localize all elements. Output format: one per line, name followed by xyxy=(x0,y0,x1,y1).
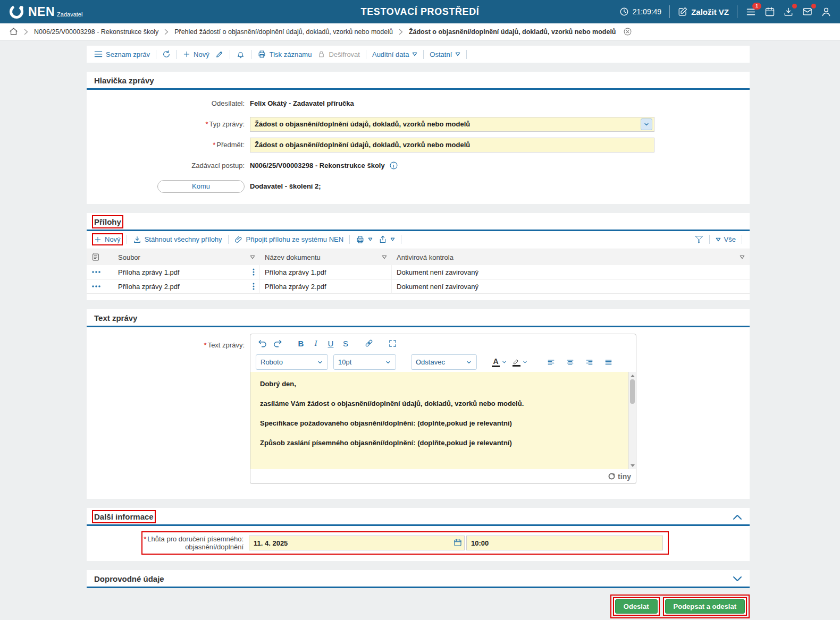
fullscreen-button[interactable] xyxy=(385,336,399,350)
calendar-button[interactable] xyxy=(765,6,775,17)
editor-paragraph: zasíláme Vám žádost o objasnění/doplnění… xyxy=(260,400,619,408)
tiny-branding[interactable]: tiny xyxy=(618,472,631,481)
lhuta-date-input[interactable]: 11. 4. 2025 xyxy=(249,536,465,550)
row-menu-icon[interactable] xyxy=(253,283,255,290)
ostatni-menu[interactable]: Ostatní xyxy=(430,50,460,58)
scrollbar-thumb[interactable] xyxy=(630,379,635,404)
chevron-down-icon xyxy=(455,52,460,56)
breadcrumb-item-overview[interactable]: Přehled žádostí o objasnění/doplnění úda… xyxy=(174,28,393,36)
row-menu-icon[interactable] xyxy=(253,268,255,276)
row-typ-zpravy: *Typ zprávy: Žádost o objasnění/doplnění… xyxy=(87,114,750,134)
stahnout-prilohy-button[interactable]: Stáhnout všechny přílohy xyxy=(133,235,222,244)
odesilatel-label: Odesílatel: xyxy=(87,99,250,107)
table-row[interactable]: Příloha zprávy 1.pdf Příloha zprávy 1.pd… xyxy=(87,265,750,279)
column-filter-icon[interactable] xyxy=(382,255,387,259)
editor-scrollbar[interactable] xyxy=(628,372,636,469)
section-dalsi-informace: Další informace *Lhůta pro doručení píse… xyxy=(87,508,750,561)
pripojit-prilohu-button[interactable]: Připojit přílohu ze systému NEN xyxy=(234,235,344,244)
chevron-down-icon xyxy=(390,237,395,241)
table-row[interactable]: Příloha zprávy 2.pdf Příloha zprávy 2.pd… xyxy=(87,279,750,294)
rich-text-editor[interactable]: B I U S xyxy=(250,334,636,484)
seznam-zprav-button[interactable]: Seznam zpráv xyxy=(94,50,150,58)
section-text-zpravy: Text zprávy *Text zprávy: B I U S xyxy=(87,309,750,499)
priloha-novy-button[interactable]: Nový xyxy=(94,235,121,243)
text-color-button[interactable]: A xyxy=(492,358,507,367)
home-icon xyxy=(9,27,18,36)
priloha-print-menu[interactable] xyxy=(356,235,373,244)
odeslat-button[interactable]: Odeslat xyxy=(615,599,658,614)
strikethrough-button[interactable]: S xyxy=(339,336,352,350)
auditni-data-menu[interactable]: Auditní data xyxy=(372,50,417,58)
desifrovat-button[interactable]: Dešifrovat xyxy=(317,50,360,58)
notifications-button[interactable] xyxy=(236,50,245,59)
chevron-down-icon xyxy=(643,121,650,128)
font-size-select[interactable]: 10pt xyxy=(333,354,396,370)
italic-button[interactable]: I xyxy=(309,336,323,350)
downloads-button[interactable] xyxy=(783,6,794,17)
align-left-button[interactable] xyxy=(544,355,558,369)
record-toolbar: Seznam zpráv Nový Tisk záznamu Dešifrova… xyxy=(87,46,750,63)
refresh-button[interactable] xyxy=(162,50,171,58)
insert-link-button[interactable] xyxy=(362,336,376,350)
row-predmet: *Předmět: Žádost o objasnění/doplnění úd… xyxy=(87,134,750,155)
expand-section-button[interactable] xyxy=(733,576,742,582)
tasks-menu-button[interactable]: 1 xyxy=(745,6,757,18)
zadavaci-postup-value: N006/25/V00003298 - Rekonstrukce školy xyxy=(250,162,385,169)
undo-button[interactable] xyxy=(256,336,270,350)
chevron-down-icon xyxy=(368,237,373,241)
filter-button[interactable] xyxy=(695,235,703,243)
align-right-button[interactable] xyxy=(582,355,596,369)
highlight-color-button[interactable] xyxy=(513,358,528,367)
date-picker-button[interactable] xyxy=(453,538,462,547)
komu-button[interactable]: Komu xyxy=(157,180,245,193)
column-filter-icon[interactable] xyxy=(250,255,255,259)
paragraph-format-select[interactable]: Odstavec xyxy=(411,354,477,370)
typ-zpravy-input[interactable]: Žádost o objasnění/doplnění údajů, dokla… xyxy=(250,117,654,132)
printer-icon xyxy=(356,235,365,244)
file-name[interactable]: Příloha zprávy 2.pdf xyxy=(118,283,180,291)
novy-button[interactable]: Nový xyxy=(183,50,209,58)
column-header-soubor[interactable]: Soubor xyxy=(113,249,260,265)
breadcrumb-item-procedure[interactable]: N006/25/V00003298 - Rekonstrukce školy xyxy=(34,28,158,36)
table-settings-icon xyxy=(91,253,100,261)
column-header-antivir[interactable]: Antivirová kontrola xyxy=(392,249,750,265)
column-filter-icon[interactable] xyxy=(740,255,745,259)
chevron-down-icon xyxy=(501,359,507,365)
align-center-button[interactable] xyxy=(563,355,577,369)
tisk-zaznamu-button[interactable]: Tisk záznamu xyxy=(257,50,312,58)
vse-filter-menu[interactable]: Vše xyxy=(716,235,736,243)
home-button[interactable] xyxy=(9,27,18,36)
align-justify-button[interactable] xyxy=(601,355,615,369)
edit-record-button[interactable] xyxy=(215,50,224,58)
profile-button[interactable] xyxy=(821,6,831,17)
close-record-button[interactable] xyxy=(623,27,632,36)
lhuta-required-highlight: *Lhůta pro doručení písemného: objasnění… xyxy=(141,531,669,555)
nen-logo[interactable]: NEN Zadavatel xyxy=(9,4,82,20)
priloha-export-menu[interactable] xyxy=(379,235,395,244)
messages-button[interactable] xyxy=(802,6,813,17)
underline-button[interactable]: U xyxy=(324,336,338,350)
row-actions-button[interactable] xyxy=(87,279,113,294)
file-name[interactable]: Příloha zprávy 1.pdf xyxy=(118,268,180,276)
document-name: Příloha zprávy 1.pdf xyxy=(265,268,326,276)
breadcrumb-chevron-icon xyxy=(164,29,169,35)
typ-zpravy-dropdown-button[interactable] xyxy=(641,118,652,130)
create-vz-button[interactable]: Založit VZ xyxy=(678,7,729,16)
row-actions-button[interactable] xyxy=(87,265,113,279)
font-family-select[interactable]: Roboto xyxy=(256,354,328,370)
editor-content[interactable]: Dobrý den, zasíláme Vám žádost o objasně… xyxy=(250,372,636,469)
scroll-up-button[interactable] xyxy=(629,372,636,379)
lhuta-time-input[interactable]: 10:00 xyxy=(466,536,663,550)
predmet-input[interactable]: Žádost o objasnění/doplnění údajů, dokla… xyxy=(250,138,654,152)
collapse-section-button[interactable] xyxy=(733,514,742,520)
prilohy-toolbar: Nový Stáhnout všechny přílohy Připojit p… xyxy=(87,231,750,248)
bold-button[interactable]: B xyxy=(294,336,308,350)
podepsat-a-odeslat-button[interactable]: Podepsat a odeslat xyxy=(665,599,745,614)
section-hlavicka-zpravy: Hlavička zprávy Odesílatel: Felix Okátý … xyxy=(87,72,750,204)
scroll-down-button[interactable] xyxy=(629,462,636,469)
plus-icon xyxy=(183,50,190,58)
redo-button[interactable] xyxy=(271,336,284,350)
column-header-nazev[interactable]: Název dokumentu xyxy=(260,249,392,265)
postup-info-button[interactable] xyxy=(389,161,398,170)
column-settings-button[interactable] xyxy=(87,249,113,265)
